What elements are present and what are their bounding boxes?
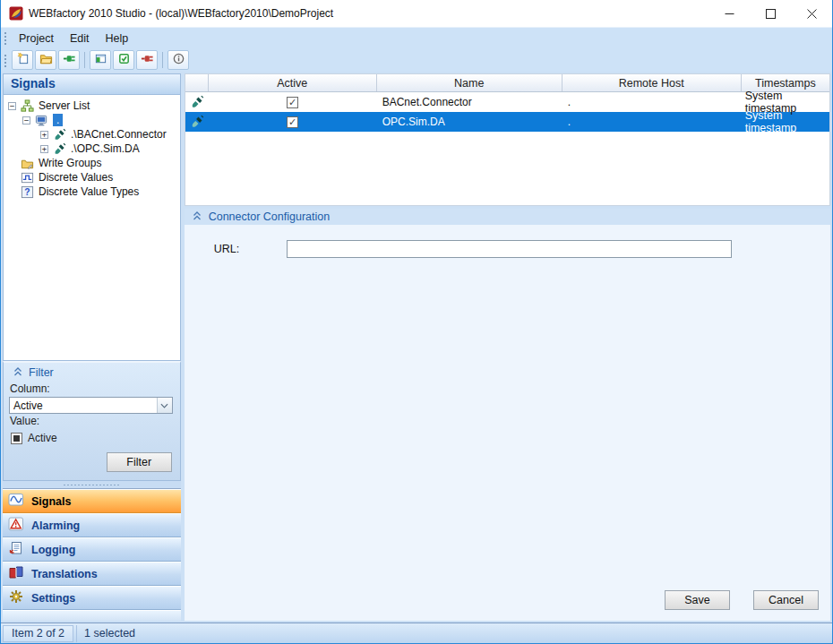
nav-item-settings[interactable]: Settings <box>3 586 181 610</box>
window-title: WEBfactory 2010 Studio - (local)\WEBfact… <box>29 7 333 20</box>
minimize-button[interactable] <box>708 0 750 27</box>
tree-item-label: .\OPC.Sim.DA <box>71 142 140 155</box>
nav-item-alarming[interactable]: Alarming <box>3 513 181 537</box>
activate-button[interactable] <box>113 50 134 70</box>
nav-item-translations[interactable]: Translations <box>3 562 181 586</box>
connector-icon <box>53 142 66 156</box>
table-row[interactable]: BACnet.Connector . System timestamp <box>185 92 829 112</box>
close-button[interactable] <box>791 0 832 27</box>
collapse-box-icon[interactable] <box>22 116 30 125</box>
table-row-selected[interactable]: OPC.Sim.DA . System timestamp <box>185 112 829 132</box>
expand-box-icon[interactable] <box>40 145 48 153</box>
title-bar: WEBfactory 2010 Studio - (local)\WEBfact… <box>1 0 832 27</box>
new-project-icon <box>16 52 30 69</box>
connect-button[interactable] <box>58 50 80 70</box>
column-label: Column: <box>10 382 180 395</box>
column-header-icon[interactable] <box>185 74 209 91</box>
sidebar: Signals Server List . .\BACnet.Connector <box>3 73 181 621</box>
tree-item-discrete-values[interactable]: Discrete Values <box>4 170 180 185</box>
nav-item-label: Settings <box>31 592 75 605</box>
nav-item-label: Alarming <box>31 519 80 532</box>
toolbar-separator <box>84 52 85 68</box>
log-document-icon <box>8 541 24 558</box>
filter-panel-header[interactable]: Filter <box>4 363 180 382</box>
cell-remote-host: . <box>562 96 742 108</box>
nav-filler <box>3 610 181 621</box>
toolbar <box>1 48 832 72</box>
url-input[interactable] <box>287 240 732 258</box>
menu-edit[interactable]: Edit <box>62 30 98 47</box>
tree-item-server-list[interactable]: Server List <box>4 99 180 113</box>
alarm-triangle-icon <box>8 517 24 534</box>
maximize-button[interactable] <box>750 0 791 27</box>
translations-book-icon <box>8 565 24 582</box>
connector-icon <box>53 128 66 142</box>
tree-item-local-server[interactable]: . <box>4 113 180 127</box>
filter-button[interactable]: Filter <box>107 452 172 472</box>
menu-bar: Project Edit Help <box>1 27 832 48</box>
toolbar-separator <box>162 52 163 68</box>
connector-config-body: URL: Save Cancel <box>185 225 830 621</box>
svg-text:?: ? <box>24 187 30 197</box>
gear-icon <box>8 589 24 606</box>
disconnect-button[interactable] <box>136 50 158 70</box>
toolbar-grip <box>4 54 7 67</box>
about-button[interactable] <box>167 50 189 70</box>
url-label: URL: <box>214 243 287 255</box>
expand-box-icon[interactable] <box>40 131 48 139</box>
column-select[interactable]: Active <box>9 397 173 414</box>
new-panel-icon <box>94 52 107 69</box>
column-header-remote-host[interactable]: Remote Host <box>562 74 742 91</box>
connector-config-title: Connector Configuration <box>209 210 331 223</box>
tree-item-label: . <box>53 114 63 126</box>
filter-panel: Filter Column: Active Value: Active Filt… <box>3 361 181 481</box>
discrete-values-icon <box>21 171 34 185</box>
server-tree: Server List . .\BACnet.Connector .\OPC.S… <box>3 94 181 361</box>
nav-item-logging[interactable]: Logging <box>3 537 181 562</box>
menu-project[interactable]: Project <box>11 30 62 47</box>
cell-name: OPC.Sim.DA <box>377 116 562 128</box>
tree-item-write-groups[interactable]: Write Groups <box>4 156 180 170</box>
column-header-name[interactable]: Name <box>377 74 562 91</box>
computer-icon <box>35 114 48 127</box>
cancel-button[interactable]: Cancel <box>753 590 819 610</box>
connector-icon <box>190 95 204 109</box>
sidebar-panel-title: Signals <box>3 73 181 94</box>
tree-item-label: Discrete Values <box>39 171 113 184</box>
tree-item-bacnet-connector[interactable]: .\BACnet.Connector <box>4 127 180 142</box>
column-select-value: Active <box>10 399 157 412</box>
collapse-chevron-icon <box>13 366 22 379</box>
connectors-table: Active Name Remote Host Timestamps BACne… <box>185 73 830 206</box>
active-filter-checkbox-row: Active <box>11 432 180 444</box>
new-panel-button[interactable] <box>90 50 111 70</box>
module-nav: Signals Alarming Logging Translations Se… <box>3 488 181 621</box>
column-header-active[interactable]: Active <box>209 74 377 91</box>
tree-item-opc-sim-da[interactable]: .\OPC.Sim.DA <box>4 142 180 156</box>
active-checkbox[interactable] <box>287 97 298 108</box>
collapse-box-icon[interactable] <box>8 102 16 110</box>
app-logo-icon <box>9 6 23 21</box>
nav-item-label: Translations <box>31 568 98 580</box>
nav-item-signals[interactable]: Signals <box>3 489 181 513</box>
tree-item-label: Write Groups <box>39 157 101 169</box>
cell-remote-host: . <box>562 116 742 128</box>
connect-plug-icon <box>63 52 76 69</box>
new-project-button[interactable] <box>12 50 33 70</box>
activate-check-icon <box>117 52 131 69</box>
chevron-down-icon[interactable] <box>157 398 172 413</box>
menubar-grip <box>4 31 7 45</box>
save-button[interactable]: Save <box>665 590 730 610</box>
active-checkbox[interactable] <box>287 116 298 128</box>
tree-item-discrete-value-types[interactable]: ? Discrete Value Types <box>4 185 180 199</box>
main-area: Active Name Remote Host Timestamps BACne… <box>185 73 830 621</box>
nav-resize-gripper[interactable] <box>3 481 181 488</box>
open-project-icon <box>39 52 53 69</box>
nav-item-label: Logging <box>31 544 75 556</box>
open-project-button[interactable] <box>35 50 56 70</box>
active-filter-checkbox[interactable] <box>11 433 22 444</box>
info-icon <box>172 52 185 69</box>
menu-help[interactable]: Help <box>97 30 136 47</box>
connector-config-header[interactable]: Connector Configuration <box>185 209 830 225</box>
value-label: Value: <box>10 415 180 427</box>
active-filter-checkbox-label: Active <box>28 432 57 444</box>
